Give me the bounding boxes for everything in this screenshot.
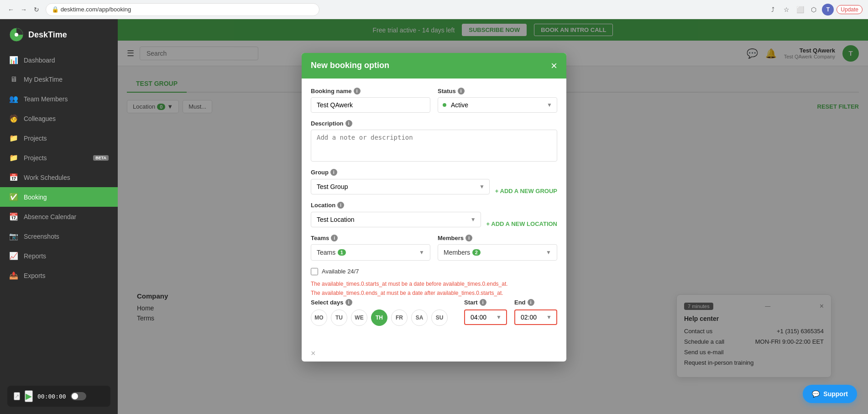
start-info-icon[interactable]: i (480, 299, 486, 306)
available-247-label: Available 24/7 (322, 268, 359, 275)
tab-icon[interactable]: ⬜ (795, 4, 805, 15)
teams-group: Teams i Teams 1 ▼ (311, 235, 430, 261)
description-info-icon[interactable]: i (345, 120, 352, 127)
sidebar-item-dashboard[interactable]: 📊 Dashboard (0, 50, 118, 70)
timer-display: 00:00:00 (37, 393, 66, 400)
status-select[interactable]: Active Inactive (449, 98, 557, 112)
members-info-icon[interactable]: i (465, 235, 472, 241)
modal-body: Booking name i Status i Active Inactive … (302, 79, 566, 362)
teams-dropdown-arrow: ▼ (419, 249, 424, 256)
members-count-badge: 2 (472, 249, 481, 256)
teams-members-row: Teams i Teams 1 ▼ Members i Members (311, 235, 557, 261)
dashboard-icon: 📊 (9, 56, 18, 64)
sidebar-item-colleagues[interactable]: 🧑 Colleagues (0, 109, 118, 128)
select-days-label: Select days i (311, 299, 457, 306)
beta-badge: BETA (93, 155, 109, 161)
teams-select-trigger[interactable]: Teams 1 ▼ (311, 244, 430, 261)
support-label: Support (823, 390, 848, 398)
day-mo[interactable]: MO (311, 309, 327, 326)
back-button[interactable]: ← (5, 4, 16, 15)
sidebar-nav: 📊 Dashboard 🖥 My DeskTime 👥 Team Members… (0, 50, 118, 378)
status-label: Status i (438, 88, 557, 94)
available-247-checkbox[interactable] (311, 268, 318, 275)
reports-icon: 📈 (9, 252, 18, 260)
group-info-icon[interactable]: i (330, 169, 337, 176)
end-group: End i 02:00 03:00 ▼ (514, 299, 557, 325)
add-new-group-link[interactable]: + ADD A NEW GROUP (495, 188, 557, 194)
sidebar-item-exports[interactable]: 📤 Exports (0, 266, 118, 285)
day-tu[interactable]: TU (331, 309, 347, 326)
end-time-select[interactable]: 02:00 03:00 (515, 310, 556, 324)
day-su[interactable]: SU (431, 309, 448, 326)
sidebar-item-label: Work Schedules (24, 174, 70, 181)
sidebar-item-absence-calendar[interactable]: 📆 Absence Calendar (0, 207, 118, 226)
forward-button[interactable]: → (18, 4, 29, 15)
start-group: Start i 04:00 05:00 ▼ (464, 299, 507, 325)
extensions-icon[interactable]: ⬡ (808, 4, 819, 15)
teams-info-icon[interactable]: i (331, 235, 338, 241)
external-link-button[interactable]: ↗ (14, 392, 20, 400)
bookmark-icon[interactable]: ☆ (781, 4, 792, 15)
day-fr[interactable]: FR (391, 309, 408, 326)
day-th[interactable]: TH (371, 309, 387, 326)
remove-time-button[interactable]: × (311, 349, 316, 358)
members-group: Members i Members 2 ▼ (438, 235, 557, 261)
group-row-with-action: Test Group ▼ + ADD A NEW GROUP (311, 178, 557, 194)
sidebar-item-booking[interactable]: ✅ Booking (0, 187, 118, 207)
timer-toggle[interactable] (71, 392, 86, 400)
group-label: Group i (311, 169, 557, 176)
members-select-trigger[interactable]: Members 2 ▼ (438, 244, 557, 261)
sidebar-item-label: Colleagues (24, 115, 56, 122)
sidebar-logo-text: DeskTime (28, 30, 67, 40)
booking-name-group: Booking name i (311, 88, 430, 113)
status-info-icon[interactable]: i (458, 88, 465, 94)
sidebar-item-projects-beta[interactable]: 📁 Projects BETA (0, 148, 118, 168)
members-label: Members i (438, 235, 557, 241)
sidebar-item-projects[interactable]: 📁 Projects (0, 128, 118, 148)
group-group: Group i Test Group ▼ + ADD A NEW GROUP (311, 169, 557, 194)
address-bar[interactable]: 🔒 desktime.com/app/booking (46, 3, 319, 16)
status-group: Status i Active Inactive ▼ (438, 88, 557, 113)
group-select[interactable]: Test Group (311, 179, 489, 194)
support-button[interactable]: 💬 Support (803, 385, 857, 403)
sidebar-item-label: Exports (24, 272, 45, 279)
end-info-icon[interactable]: i (528, 299, 534, 306)
share-icon[interactable]: ⤴ (767, 4, 778, 15)
location-select[interactable]: Test Location (311, 212, 481, 227)
modal-close-button[interactable]: × (551, 60, 557, 71)
sidebar-item-reports[interactable]: 📈 Reports (0, 246, 118, 266)
booking-name-input[interactable] (311, 97, 430, 113)
browser-nav: ← → ↻ (5, 4, 42, 15)
modal-title: New booking option (311, 61, 389, 70)
sidebar-item-team-members[interactable]: 👥 Team Members (0, 89, 118, 109)
location-select-wrapper: Test Location ▼ (311, 212, 481, 227)
location-info-icon[interactable]: i (337, 202, 344, 209)
location-label: Location i (311, 202, 557, 209)
start-time-select[interactable]: 04:00 05:00 (465, 310, 506, 324)
sidebar-item-work-schedules[interactable]: 📅 Work Schedules (0, 168, 118, 187)
modal-header: New booking option × (302, 53, 566, 79)
teams-label: Teams i (311, 235, 430, 241)
description-textarea[interactable] (311, 130, 557, 162)
absence-calendar-icon: 📆 (9, 212, 18, 221)
group-select-wrapper: Test Group ▼ (311, 179, 490, 194)
sidebar-item-label: Projects (24, 135, 47, 142)
play-button[interactable]: ▶ (25, 390, 33, 402)
day-sa[interactable]: SA (411, 309, 428, 326)
select-days-group: Select days i MO TU WE TH FR SA SU (311, 299, 457, 331)
booking-name-status-row: Booking name i Status i Active Inactive … (311, 88, 557, 113)
error-text-1: The available_times.0.starts_at must be … (311, 281, 557, 287)
start-label: Start i (464, 299, 507, 306)
select-days-info-icon[interactable]: i (345, 299, 352, 306)
add-new-location-link[interactable]: + ADD A NEW LOCATION (486, 220, 557, 227)
sidebar-item-screenshots[interactable]: 📷 Screenshots (0, 226, 118, 246)
refresh-button[interactable]: ↻ (31, 4, 42, 15)
url-text: desktime.com/app/booking (61, 6, 131, 13)
day-we[interactable]: WE (351, 309, 367, 326)
members-select-text: Members (444, 249, 470, 256)
sidebar-item-mydesktime[interactable]: 🖥 My DeskTime (0, 70, 118, 89)
available-247-row: Available 24/7 (311, 268, 557, 275)
booking-name-info-icon[interactable]: i (354, 88, 361, 94)
update-button[interactable]: Update (837, 5, 863, 14)
description-label: Description i (311, 120, 557, 127)
